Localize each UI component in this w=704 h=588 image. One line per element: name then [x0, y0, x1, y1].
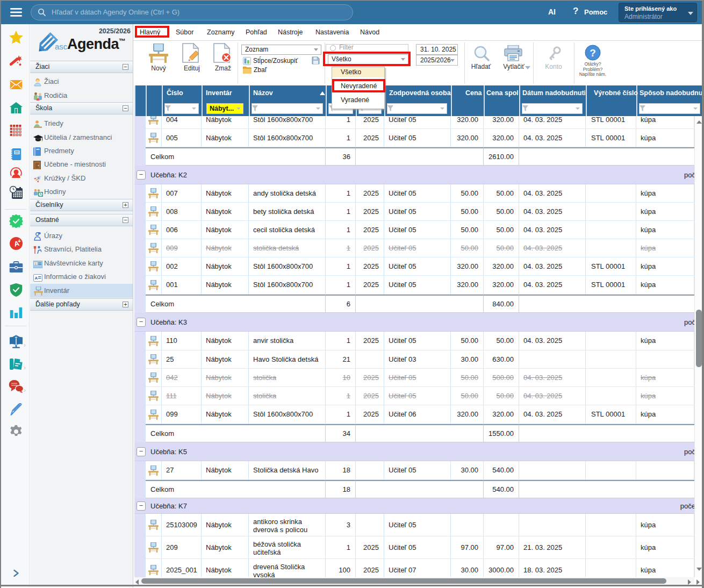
- svg-text:A: A: [35, 276, 38, 281]
- svg-text:+: +: [18, 238, 21, 244]
- svg-text:?: ?: [590, 47, 596, 59]
